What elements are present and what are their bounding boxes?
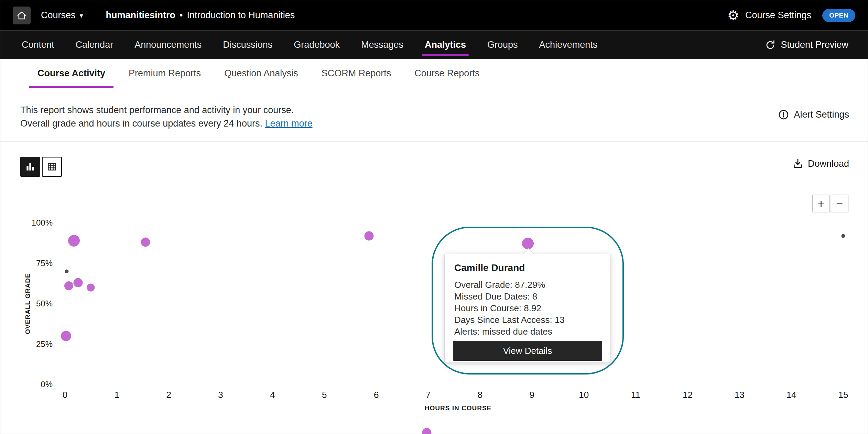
x-axis-tick-label: 9 (530, 390, 534, 400)
x-axis-tick-label: 14 (786, 390, 796, 400)
alert-settings-button[interactable]: Alert Settings (778, 109, 849, 120)
x-axis-tick-label: 1 (115, 390, 119, 400)
data-point[interactable] (842, 234, 845, 238)
tab-achievements[interactable]: Achievements (537, 31, 600, 59)
breadcrumb: humanitiesintro • Introduction to Humani… (106, 10, 295, 21)
view-details-button[interactable]: View Details (453, 341, 602, 361)
student-tooltip: Camille Durand Overall Grade: 87.29% Mis… (444, 254, 610, 363)
data-point[interactable] (141, 238, 150, 247)
course-code: humanitiesintro (106, 10, 176, 21)
tab-content[interactable]: Content (20, 31, 56, 59)
table-icon (46, 161, 57, 172)
download-label: Download (808, 159, 849, 169)
x-axis-tick-label: 15 (838, 390, 848, 400)
data-point[interactable] (68, 235, 80, 247)
x-axis-tick-label: 4 (270, 390, 275, 400)
alert-icon (778, 109, 789, 120)
report-description: This report shows student performance an… (20, 104, 313, 130)
bar-chart-icon (25, 161, 36, 172)
top-bar: Courses ▾ humanitiesintro • Introduction… (0, 0, 868, 30)
y-axis-tick-label: 25% (36, 339, 53, 349)
y-axis-tick-label: 0% (41, 380, 53, 389)
tab-discussions[interactable]: Discussions (221, 31, 274, 59)
learn-more-link[interactable]: Learn more (265, 118, 312, 129)
refresh-icon (765, 40, 776, 51)
x-axis-tick-label: 5 (322, 390, 327, 400)
alert-settings-label: Alert Settings (794, 109, 849, 120)
x-axis-tick-label: 6 (374, 390, 379, 400)
zoom-in-button[interactable]: + (812, 195, 830, 212)
subtab-course-reports[interactable]: Course Reports (406, 59, 488, 88)
x-axis-tick-label: 11 (631, 390, 640, 400)
tab-calendar[interactable]: Calendar (74, 31, 116, 59)
tooltip-days-since-last-access: Days Since Last Access: 13 (454, 314, 602, 326)
section-divider (0, 141, 868, 142)
x-axis-ticks: 0123456789101112131415 (65, 390, 843, 401)
breadcrumb-separator: • (180, 10, 183, 21)
y-axis-tick-label: 100% (32, 218, 53, 228)
course-title: Introduction to Humanities (187, 10, 295, 21)
report-description-line1: This report shows student performance an… (20, 104, 313, 117)
x-axis-tick-label: 8 (478, 390, 482, 400)
table-view-button[interactable] (42, 157, 62, 177)
tab-messages[interactable]: Messages (359, 31, 405, 59)
course-open-badge[interactable]: OPEN (822, 9, 855, 22)
x-axis-tick-label: 3 (218, 390, 223, 400)
x-axis-tick-label: 10 (579, 390, 589, 400)
x-axis-tick-label: 12 (683, 390, 693, 400)
chart-view-button[interactable] (20, 157, 40, 177)
home-icon (17, 10, 27, 21)
tab-groups[interactable]: Groups (485, 31, 520, 59)
y-axis-tick-label: 50% (36, 299, 53, 308)
zoom-controls: + − (812, 195, 848, 212)
gear-icon: ⚙ (727, 9, 739, 22)
data-point[interactable] (64, 281, 73, 290)
tooltip-overall-grade: Overall Grade: 87.29% (454, 279, 602, 291)
x-axis-tick-label: 0 (63, 390, 67, 400)
data-point[interactable] (422, 428, 431, 434)
subtab-premium-reports[interactable]: Premium Reports (120, 59, 209, 88)
x-axis-tick-label: 7 (426, 390, 431, 400)
courses-dropdown-label: Courses (41, 10, 76, 21)
course-nav: Content Calendar Announcements Discussio… (0, 30, 868, 59)
course-settings-button[interactable]: Course Settings (745, 10, 811, 21)
data-point[interactable] (61, 331, 71, 341)
tooltip-alerts: Alerts: missed due dates (454, 326, 602, 337)
student-preview-button[interactable]: Student Preview (765, 31, 848, 59)
data-point[interactable] (65, 270, 68, 273)
tab-gradebook[interactable]: Gradebook (292, 31, 342, 59)
analytics-page: Courses ▾ humanitiesintro • Introduction… (0, 0, 868, 434)
data-point[interactable] (365, 231, 374, 240)
subtab-course-activity[interactable]: Course Activity (29, 59, 113, 88)
report-description-line2-text: Overall grade and hours in course update… (20, 118, 262, 129)
y-axis-tick-label: 75% (36, 259, 53, 268)
download-button[interactable]: Download (792, 158, 849, 170)
y-axis-ticks: 100%75%50%25%0% (21, 223, 59, 384)
tab-analytics[interactable]: Analytics (423, 31, 468, 59)
chevron-down-icon: ▾ (80, 12, 83, 19)
zoom-out-button[interactable]: − (831, 195, 848, 212)
courses-dropdown[interactable]: Courses ▾ (41, 10, 83, 21)
subtab-question-analysis[interactable]: Question Analysis (216, 59, 306, 88)
tab-announcements[interactable]: Announcements (132, 31, 204, 59)
report-description-line2: Overall grade and hours in course update… (20, 117, 313, 130)
data-point[interactable] (87, 284, 95, 292)
view-toggle (20, 157, 62, 177)
x-axis-tick-label: 13 (735, 390, 745, 400)
tooltip-missed-due-dates: Missed Due Dates: 8 (454, 291, 602, 302)
download-icon (792, 158, 804, 170)
topbar-right: ⚙ Course Settings OPEN (727, 9, 855, 22)
tooltip-student-name: Camille Durand (454, 262, 602, 273)
subtab-scorm-reports[interactable]: SCORM Reports (313, 59, 400, 88)
tooltip-hours-in-course: Hours in Course: 8.92 (454, 302, 602, 314)
student-preview-label: Student Preview (781, 40, 848, 50)
x-axis-tick-label: 2 (166, 390, 171, 400)
x-axis-title: HOURS IN COURSE (425, 404, 491, 412)
home-button[interactable] (13, 7, 31, 24)
analytics-subnav: Course Activity Premium Reports Question… (0, 59, 868, 88)
data-point[interactable] (73, 278, 83, 287)
